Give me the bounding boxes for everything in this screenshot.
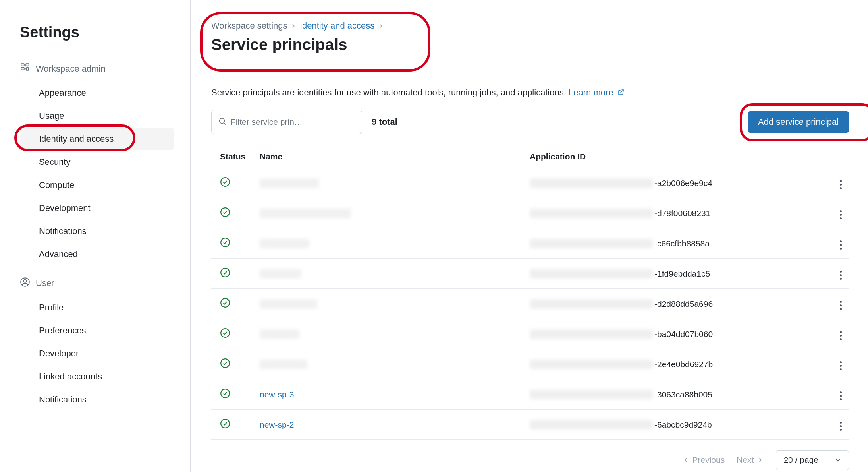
svg-point-6 [220,118,225,123]
row-actions-menu[interactable] [837,208,844,222]
column-header-status[interactable]: Status [211,145,255,168]
status-cell [211,379,255,410]
chevron-left-icon [682,457,689,464]
sidebar-item-usage[interactable]: Usage [20,105,174,127]
sidebar-item-compute[interactable]: Compute [20,174,174,196]
page-title: Service principals [211,36,382,54]
sidebar-item-notifications-user[interactable]: Notifications [20,389,174,410]
total-count: 9 total [372,117,397,127]
sidebar-item-developer[interactable]: Developer [20,343,174,364]
name-cell[interactable] [255,168,525,198]
svg-rect-0 [21,64,24,66]
sidebar-item-notifications[interactable]: Notifications [20,221,174,242]
application-id-suffix: -d78f00608231 [654,209,710,218]
status-cell [211,259,255,289]
previous-button[interactable]: Previous [682,455,725,465]
redacted-prefix [530,390,653,399]
status-cell [211,198,255,228]
svg-point-13 [221,359,230,368]
name-cell[interactable] [255,198,525,228]
actions-cell [825,198,849,228]
breadcrumb-parent[interactable]: Workspace settings [211,21,287,31]
svg-point-9 [221,238,230,247]
status-ok-icon [220,391,230,400]
table-row: -ba04dd07b060 [211,319,849,349]
sidebar-item-identity-and-access[interactable]: Identity and access [20,128,174,150]
status-ok-icon [220,270,230,279]
name-cell[interactable]: new-sp-2 [255,410,525,440]
column-header-name[interactable]: Name [255,145,525,168]
name-cell[interactable] [255,259,525,289]
status-cell [211,410,255,440]
sidebar-item-preferences[interactable]: Preferences [20,320,174,341]
application-id-cell: -3063ca88b005 [525,379,825,410]
nav-group-label: User [36,278,54,288]
actions-cell [825,319,849,349]
sidebar-item-profile[interactable]: Profile [20,297,174,318]
status-cell [211,228,255,259]
row-actions-menu[interactable] [837,329,844,342]
toolbar: 9 total Add service principal [211,110,849,134]
row-actions-menu[interactable] [837,298,844,312]
intro-text: Service principals are identities for us… [211,87,849,98]
add-service-principal-button[interactable]: Add service principal [748,111,849,133]
name-cell[interactable] [255,319,525,349]
svg-point-10 [221,268,230,277]
nav-group-workspace-admin: Workspace admin [20,62,174,75]
sidebar-item-linked-accounts[interactable]: Linked accounts [20,366,174,387]
breadcrumb-section[interactable]: Identity and access [300,21,374,31]
row-actions-menu[interactable] [837,359,844,373]
svg-point-3 [26,68,29,70]
application-id-cell: -d78f00608231 [525,198,825,228]
chevron-right-icon: › [292,21,295,31]
sidebar-item-advanced[interactable]: Advanced [20,244,174,265]
status-ok-icon [220,331,230,340]
name-cell[interactable]: new-sp-3 [255,379,525,410]
row-actions-menu[interactable] [837,268,844,282]
name-cell[interactable] [255,228,525,259]
workspace-admin-icon [20,62,30,75]
service-principal-name-link[interactable]: new-sp-3 [260,390,294,399]
name-cell[interactable] [255,289,525,319]
svg-point-7 [221,178,230,186]
svg-point-11 [221,298,230,307]
column-header-application-id[interactable]: Application ID [525,145,825,168]
service-principal-name-link[interactable]: new-sp-2 [260,420,294,429]
next-button[interactable]: Next [737,455,764,465]
name-cell[interactable] [255,349,525,379]
user-icon [20,277,30,290]
row-actions-menu[interactable] [837,389,844,403]
learn-more-link[interactable]: Learn more [569,87,625,97]
status-ok-icon [220,240,230,249]
redacted-prefix [530,269,653,279]
divider [211,70,849,70]
svg-point-15 [221,419,230,428]
filter-input[interactable] [231,117,355,127]
application-id-cell: -d2d88dd5a696 [525,289,825,319]
table-row: -a2b006e9e9c4 [211,168,849,198]
service-principals-table: Status Name Application ID -a2b006e9e9c4… [211,145,849,440]
filter-input-wrapper[interactable] [211,110,362,134]
redacted-prefix [530,360,653,369]
row-actions-menu[interactable] [837,419,844,433]
page-size-select[interactable]: 20 / page [776,450,849,470]
table-row: new-sp-3-3063ca88b005 [211,379,849,410]
sidebar-item-development[interactable]: Development [20,197,174,219]
external-link-icon [617,88,625,95]
table-row: -d78f00608231 [211,198,849,228]
status-cell [211,289,255,319]
svg-point-5 [24,280,27,282]
status-cell [211,168,255,198]
sidebar-item-appearance[interactable]: Appearance [20,82,174,104]
sidebar-title: Settings [20,24,174,41]
application-id-cell: -6abcbc9d924b [525,410,825,440]
status-cell [211,319,255,349]
svg-rect-1 [26,64,29,66]
row-actions-menu[interactable] [837,238,844,252]
actions-cell [825,349,849,379]
redacted-prefix [530,299,653,309]
actions-cell [825,289,849,319]
row-actions-menu[interactable] [837,178,844,192]
table-row: new-sp-2-6abcbc9d924b [211,410,849,440]
sidebar-item-security[interactable]: Security [20,151,174,173]
